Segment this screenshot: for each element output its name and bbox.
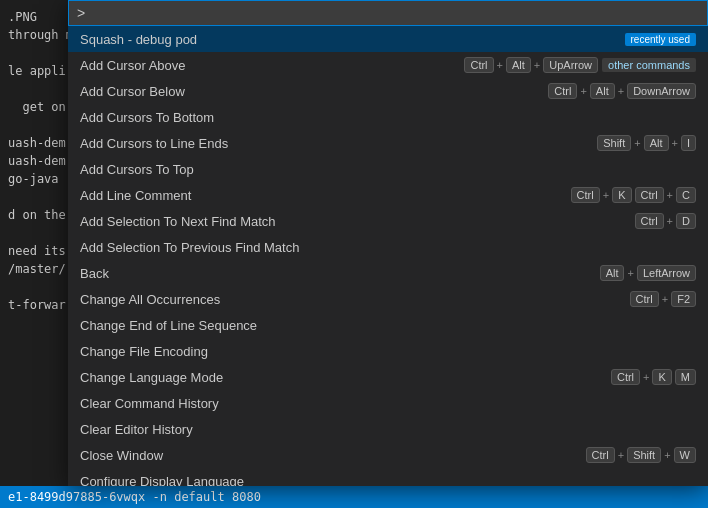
command-label: Add Cursor Above <box>80 58 186 73</box>
key: D <box>676 213 696 229</box>
key: W <box>674 447 696 463</box>
key: Ctrl <box>571 187 600 203</box>
list-item[interactable]: Add Cursors To Bottom <box>68 104 708 130</box>
list-item[interactable]: Change Language Mode Ctrl + K M <box>68 364 708 390</box>
key: K <box>612 187 631 203</box>
list-item[interactable]: Change End of Line Sequence <box>68 312 708 338</box>
command-label: Close Window <box>80 448 163 463</box>
command-label: Configure Display Language <box>80 474 244 487</box>
key: Ctrl <box>630 291 659 307</box>
command-label: Add Selection To Next Find Match <box>80 214 276 229</box>
command-label: Clear Command History <box>80 396 219 411</box>
key: M <box>675 369 696 385</box>
keybind: Ctrl + Shift + W <box>586 447 696 463</box>
key: Alt <box>506 57 531 73</box>
list-item[interactable]: Add Cursor Below Ctrl + Alt + DownArrow <box>68 78 708 104</box>
command-right: Ctrl + F2 <box>630 291 696 307</box>
keybind: Ctrl + K Ctrl + C <box>571 187 696 203</box>
key: F2 <box>671 291 696 307</box>
keybind: Ctrl + D <box>635 213 697 229</box>
key: Shift <box>627 447 661 463</box>
list-item[interactable]: Add Selection To Next Find Match Ctrl + … <box>68 208 708 234</box>
search-input[interactable] <box>77 5 699 21</box>
list-item[interactable]: Add Cursors to Line Ends Shift + Alt + I <box>68 130 708 156</box>
command-label: Change File Encoding <box>80 344 208 359</box>
keybind: Alt + LeftArrow <box>600 265 696 281</box>
command-label: Add Line Comment <box>80 188 191 203</box>
command-label: Add Cursors To Top <box>80 162 194 177</box>
key: Alt <box>600 265 625 281</box>
key: Ctrl <box>586 447 615 463</box>
command-label: Back <box>80 266 109 281</box>
key: C <box>676 187 696 203</box>
list-item[interactable]: Change File Encoding <box>68 338 708 364</box>
key: Alt <box>590 83 615 99</box>
command-right: Ctrl + Alt + DownArrow <box>548 83 696 99</box>
key: LeftArrow <box>637 265 696 281</box>
command-label: Add Cursors To Bottom <box>80 110 214 125</box>
key: Alt <box>644 135 669 151</box>
list-item[interactable]: Clear Editor History <box>68 416 708 442</box>
command-right: Ctrl + D <box>635 213 697 229</box>
list-item[interactable]: Clear Command History <box>68 390 708 416</box>
list-item[interactable]: Add Selection To Previous Find Match <box>68 234 708 260</box>
command-right: recently used <box>625 33 696 46</box>
keybind: Ctrl + Alt + UpArrow <box>464 57 598 73</box>
command-right: Shift + Alt + I <box>597 135 696 151</box>
command-right: Alt + LeftArrow <box>600 265 696 281</box>
list-item[interactable]: Add Line Comment Ctrl + K Ctrl + C <box>68 182 708 208</box>
command-label: Change End of Line Sequence <box>80 318 257 333</box>
command-list: Squash - debug pod recently used Add Cur… <box>68 26 708 486</box>
list-item[interactable]: Add Cursor Above Ctrl + Alt + UpArrow ot… <box>68 52 708 78</box>
list-item[interactable]: Back Alt + LeftArrow <box>68 260 708 286</box>
keybind: Ctrl + Alt + DownArrow <box>548 83 696 99</box>
command-right: Ctrl + Alt + UpArrow other commands <box>464 57 696 73</box>
command-label: Add Cursor Below <box>80 84 185 99</box>
key: K <box>652 369 671 385</box>
command-label: Change All Occurrences <box>80 292 220 307</box>
command-label: Change Language Mode <box>80 370 223 385</box>
key: Ctrl <box>464 57 493 73</box>
list-item[interactable]: Configure Display Language <box>68 468 708 486</box>
list-item[interactable]: Close Window Ctrl + Shift + W <box>68 442 708 468</box>
status-bar: e1-8499d97885-6vwqx -n default 8080 <box>0 486 708 508</box>
key: Ctrl <box>548 83 577 99</box>
key: Ctrl <box>635 187 664 203</box>
command-label: Add Selection To Previous Find Match <box>80 240 299 255</box>
command-label: Add Cursors to Line Ends <box>80 136 228 151</box>
key: I <box>681 135 696 151</box>
key: Ctrl <box>635 213 664 229</box>
other-commands-badge: other commands <box>602 58 696 72</box>
command-right: Ctrl + Shift + W <box>586 447 696 463</box>
status-text: e1-8499d97885-6vwqx -n default 8080 <box>8 490 261 504</box>
command-right: Ctrl + K M <box>611 369 696 385</box>
keybind: Ctrl + F2 <box>630 291 696 307</box>
command-right: Ctrl + K Ctrl + C <box>571 187 696 203</box>
key: UpArrow <box>543 57 598 73</box>
keybind: Shift + Alt + I <box>597 135 696 151</box>
command-label: Squash - debug pod <box>80 32 197 47</box>
key: DownArrow <box>627 83 696 99</box>
list-item[interactable]: Add Cursors To Top <box>68 156 708 182</box>
list-item[interactable]: Change All Occurrences Ctrl + F2 <box>68 286 708 312</box>
key: Shift <box>597 135 631 151</box>
recently-used-badge: recently used <box>625 33 696 46</box>
command-label: Clear Editor History <box>80 422 193 437</box>
key: Ctrl <box>611 369 640 385</box>
keybind: Ctrl + K M <box>611 369 696 385</box>
list-item[interactable]: Squash - debug pod recently used <box>68 26 708 52</box>
search-box[interactable] <box>68 0 708 26</box>
command-palette: Squash - debug pod recently used Add Cur… <box>68 0 708 486</box>
